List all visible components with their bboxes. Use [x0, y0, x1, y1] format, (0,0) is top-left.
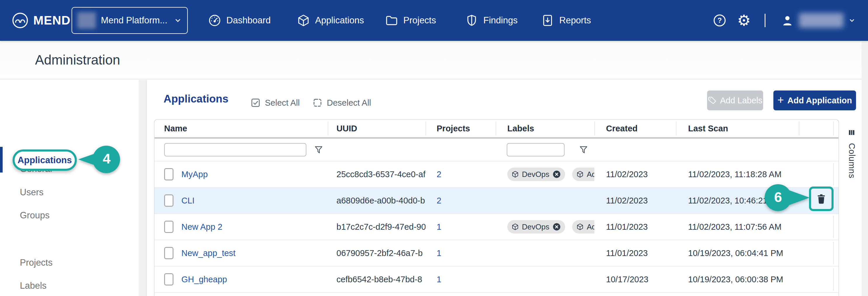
name-filter-input[interactable]	[164, 143, 306, 157]
add-application-button[interactable]: + Add Application	[773, 91, 856, 110]
remove-label-icon[interactable]	[552, 170, 561, 179]
nav-item-label: Reports	[559, 15, 591, 26]
last-scan-cell: 10/19/2023, 06:04:41 PM	[676, 240, 799, 266]
shield-icon	[465, 14, 478, 27]
nav-item-findings[interactable]: Findings	[465, 0, 518, 41]
chevron-down-icon	[848, 17, 856, 24]
sidebar-item-applications[interactable]: Applications	[12, 150, 77, 171]
label-chip-text: Adm	[587, 170, 594, 179]
select-all-button[interactable]: Select All	[250, 96, 300, 109]
application-name-link[interactable]: New App 2	[181, 222, 222, 232]
page-scrollbar-track[interactable]	[862, 41, 868, 296]
label-chip: Adm	[572, 220, 594, 233]
row-checkbox[interactable]	[164, 221, 174, 233]
admin-sidebar: General Users Groups Applications Projec…	[0, 80, 147, 296]
columns-panel-toggle[interactable]: Columns	[841, 128, 862, 178]
row-checkbox[interactable]	[164, 194, 174, 207]
created-cell: 11/02/2023	[594, 161, 676, 187]
delete-application-button[interactable]	[809, 187, 834, 211]
sidebar-item-users[interactable]: Users	[20, 187, 43, 198]
help-button[interactable]: ?	[713, 0, 726, 41]
brand-name: MEND	[33, 13, 71, 27]
column-header-last-scan: Last Scan	[676, 120, 799, 137]
row-checkbox[interactable]	[164, 168, 174, 180]
columns-panel-label: Columns	[847, 143, 857, 178]
add-labels-button[interactable]: Add Labels	[707, 91, 763, 110]
trash-icon	[815, 193, 827, 205]
projects-count-link[interactable]: 1	[437, 249, 441, 258]
remove-label-icon[interactable]	[552, 223, 561, 231]
application-name-link[interactable]: CLI	[181, 196, 194, 205]
sidebar-item-projects[interactable]: Projects	[20, 258, 53, 268]
redacted-user-name	[799, 13, 843, 28]
annotation-step-4: 4	[76, 145, 123, 174]
cube-icon	[297, 14, 310, 27]
user-menu[interactable]	[780, 0, 856, 41]
column-header-name: Name	[155, 120, 328, 137]
tag-icon	[708, 96, 716, 105]
sidebar-item-label: Applications	[18, 155, 72, 166]
cube-icon	[576, 223, 584, 231]
row-checkbox[interactable]	[164, 273, 174, 286]
help-icon: ?	[713, 13, 726, 27]
created-cell: 10/17/2023	[594, 266, 676, 292]
nav-divider	[765, 14, 766, 27]
cube-icon	[576, 170, 584, 178]
table-row-selected: CLI a6809d6e-a00b-40d0-b 2 11/02/2023 11…	[155, 188, 838, 214]
nav-item-label: Applications	[315, 15, 364, 26]
uuid-cell: cefb6542-b8eb-47bd-8	[328, 266, 426, 292]
sidebar-scrollbar-track[interactable]	[139, 80, 146, 296]
checkbox-checked-icon	[250, 97, 261, 108]
label-chip-text: Adm	[587, 223, 594, 231]
nav-item-projects[interactable]: Projects	[385, 0, 436, 41]
plus-icon: +	[777, 94, 784, 106]
last-scan-cell: 10/19/2023, 06:00:38 PM	[676, 266, 799, 292]
mend-wave-icon	[12, 12, 29, 29]
mend-logo[interactable]: MEND	[12, 0, 71, 41]
created-cell: 11/01/2023	[594, 240, 676, 266]
column-header-uuid: UUID	[328, 120, 426, 137]
application-name-link[interactable]: MyApp	[181, 170, 208, 179]
name-filter-funnel-icon[interactable]	[314, 145, 323, 155]
label-chip: DevOps	[507, 220, 565, 233]
cube-icon	[512, 170, 519, 178]
settings-button[interactable]: ⚙	[737, 0, 751, 41]
labels-filter-funnel-icon[interactable]	[579, 145, 589, 155]
nav-item-reports[interactable]: Reports	[541, 0, 591, 41]
application-name-link[interactable]: GH_gheapp	[181, 275, 227, 284]
projects-count-link[interactable]: 1	[437, 275, 441, 284]
nav-item-label: Dashboard	[226, 15, 271, 26]
cube-icon	[512, 223, 519, 231]
section-title: Applications	[163, 93, 228, 105]
redacted-org-logo	[78, 12, 96, 29]
chevron-down-icon	[174, 17, 182, 25]
sidebar-item-groups[interactable]: Groups	[20, 210, 50, 221]
sidebar-item-labels[interactable]: Labels	[20, 281, 46, 291]
organization-selector[interactable]: Mend Platform...	[71, 7, 188, 34]
select-all-label: Select All	[265, 98, 300, 108]
top-navigation-bar: MEND Mend Platform... Dashboard	[0, 0, 868, 41]
nav-item-label: Findings	[483, 15, 518, 26]
column-header-created: Created	[594, 120, 676, 137]
projects-count-link[interactable]: 2	[437, 196, 441, 205]
uuid-cell: 06790957-2bf2-46a7-b	[328, 240, 426, 266]
user-icon	[780, 13, 795, 27]
annotation-step-6: 6	[762, 184, 811, 211]
nav-item-applications[interactable]: Applications	[297, 0, 364, 41]
actions-cell	[799, 240, 838, 266]
actions-cell	[799, 266, 838, 292]
actions-cell	[799, 214, 838, 240]
deselect-all-button[interactable]: Deselect All	[312, 96, 371, 109]
labels-filter-input[interactable]	[507, 143, 564, 157]
add-labels-label: Add Labels	[720, 96, 762, 105]
nav-item-dashboard[interactable]: Dashboard	[208, 0, 271, 41]
page-title: Administration	[35, 41, 120, 79]
table-row: New App 2 b17c2c7c-d2f9-47ed-90 1 DevOps	[155, 214, 838, 240]
application-name-link[interactable]: New_app_test	[181, 249, 236, 258]
projects-count-link[interactable]: 1	[437, 222, 441, 232]
row-checkbox[interactable]	[164, 247, 174, 259]
column-header-projects: Projects	[426, 120, 496, 137]
report-icon	[541, 14, 554, 27]
projects-count-link[interactable]: 2	[437, 170, 441, 179]
columns-icon	[847, 128, 856, 137]
